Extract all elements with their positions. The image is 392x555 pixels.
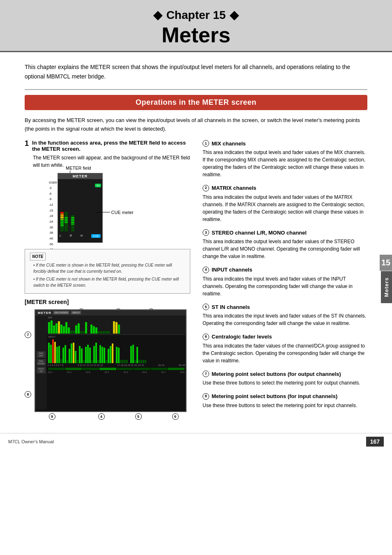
- right-item-6: 6 Centralogic fader levels This area ind…: [203, 333, 367, 364]
- step1-title: In the function access area, press the M…: [32, 140, 190, 152]
- right-item-4-title: 4 INPUT channels: [203, 266, 367, 274]
- right-item-5-body: This area indicates the input levels and…: [203, 312, 367, 327]
- in-button[interactable]: IN: [95, 181, 101, 188]
- right-item-5-title: 5 ST IN channels: [203, 303, 367, 311]
- cue-meter-label: CUE meter: [96, 210, 134, 215]
- footer-manual-title: M7CL Owner's Manual: [8, 439, 54, 444]
- callout-7: 7: [25, 332, 31, 338]
- body-intro: By accessing the METER screen, you can v…: [25, 116, 367, 134]
- left-callouts: 7 8: [25, 309, 35, 412]
- right-item-8-title: 8 Metering point select buttons (for inp…: [203, 392, 367, 401]
- right-item-8-body: Use these three buttons to select the me…: [203, 402, 367, 409]
- right-column: 1 MIX channels This area indicates the o…: [203, 140, 367, 420]
- right-item-1: 1 MIX channels This area indicates the o…: [203, 140, 367, 179]
- output-bars: [48, 319, 184, 334]
- diamond-right-icon: ◆: [230, 8, 239, 22]
- bms-title: METER: [38, 311, 51, 315]
- callout-9: 9: [49, 413, 55, 420]
- right-item-1-body: This area indicates the output levels an…: [203, 149, 367, 178]
- page-footer: M7CL Owner's Manual 167: [0, 433, 392, 447]
- bms-btn-1[interactable]: PREHPF: [37, 351, 46, 358]
- chapter-main-title: Meters: [0, 23, 392, 47]
- bms-btn-input[interactable]: INPUT: [71, 311, 81, 314]
- bms-left-panel: PREHPF PREFADER POSTON: [35, 315, 47, 409]
- callout-6: 6: [172, 413, 179, 420]
- meter-bars: [58, 179, 77, 233]
- callout-1-right: 1: [203, 140, 209, 147]
- right-item-4: 4 INPUT channels This area indicates the…: [203, 266, 367, 297]
- right-item-7-title: 7 Metering point select buttons (for out…: [203, 370, 367, 378]
- page-header: ◆ Chapter 15 ◆ Meters: [0, 0, 392, 52]
- meter-screen-wrapper: 1 2 3 7 8 METER MI: [25, 309, 190, 420]
- right-item-3: 3 STEREO channel L/R, MONO channel This …: [203, 229, 367, 260]
- note-item-2: If the CUE meter is not shown in the MET…: [33, 276, 185, 288]
- meter-screen-label: [METER screen]: [25, 299, 190, 305]
- right-item-7-body: Use these three buttons to select the me…: [203, 379, 367, 387]
- right-item-4-body: This area indicates the input levels and…: [203, 275, 367, 297]
- section-bar: Operations in the METER screen: [25, 95, 367, 110]
- two-column-layout: 1 In the function access area, press the…: [25, 140, 367, 420]
- right-item-2-body: This area indicates the output levels an…: [203, 193, 367, 223]
- callout-6-right: 6: [203, 334, 209, 340]
- step1-heading: 1 In the function access area, press the…: [25, 140, 190, 152]
- right-item-3-title: 3 STEREO channel L/R, MONO channel: [203, 229, 367, 237]
- note-item-1: If the CUE meter is shown in the METER f…: [33, 262, 185, 274]
- callout-8-right: 8: [203, 393, 209, 400]
- bms-header: METER MIX FADER INPUT: [35, 310, 186, 315]
- right-item-2-title: 2 MATRIX channels: [203, 184, 367, 192]
- chapter-title: ◆ Chapter 15 ◆: [0, 8, 392, 22]
- right-item-3-body: This area indicates the output levels an…: [203, 238, 367, 260]
- meter-bottom: L R H CUE: [58, 233, 102, 239]
- bms-btn-mix[interactable]: MIX FADER: [53, 311, 69, 314]
- meter-diagram: METER field METER OVER -3 -6 -9 -: [33, 173, 182, 243]
- step1-number: 1: [25, 140, 29, 147]
- callout-4-right: 4: [203, 267, 209, 273]
- note-box: NOTE If the CUE meter is shown in the ME…: [25, 249, 190, 294]
- callout-4: 4: [98, 413, 105, 420]
- diamond-left-icon: ◆: [153, 8, 162, 22]
- section-divider: [25, 89, 367, 90]
- page-number: 167: [366, 437, 384, 447]
- callout-7-right: 7: [203, 371, 209, 377]
- right-item-2: 2 MATRIX channels This area indicates th…: [203, 184, 367, 223]
- screen-with-callouts: 7 8 METER MIX FADER INPUT: [25, 309, 190, 412]
- callout-3-right: 3: [203, 229, 209, 236]
- note-tag: NOTE: [30, 253, 46, 260]
- bms-btn-3[interactable]: POSTON: [37, 367, 46, 373]
- fader-level-bars: [47, 367, 186, 371]
- left-column: 1 In the function access area, press the…: [25, 140, 190, 420]
- meter-box: METER OVER -3 -6 -9 -12 -15 -18: [58, 173, 103, 243]
- right-item-6-title: 6 Centralogic fader levels: [203, 333, 367, 341]
- bms-content: PREHPF PREFADER POSTON MIX: [35, 315, 186, 409]
- callout-5: 5: [135, 413, 142, 420]
- callout-2-right: 2: [203, 185, 209, 191]
- input-bars: [48, 339, 184, 363]
- right-item-7: 7 Metering point select buttons (for out…: [203, 370, 367, 387]
- footer-right: 167: [366, 437, 384, 447]
- scale-strip: 1 2 3 4 5 6 7 8 9 10 11 12 13 14 15 16 1…: [47, 364, 186, 366]
- step1-body: The METER screen will appear, and the ba…: [33, 154, 190, 169]
- chapter-label: Chapter 15: [166, 9, 226, 22]
- input-channels-section: INPUT: [47, 335, 186, 364]
- callout-5-right: 5: [203, 304, 209, 310]
- main-content: This chapter explains the METER screen t…: [0, 52, 392, 452]
- right-item-8: 8 Metering point select buttons (for inp…: [203, 392, 367, 409]
- right-item-1-title: 1 MIX channels: [203, 140, 367, 148]
- output-channels-row: MIX: [47, 315, 186, 334]
- big-meter-screen: METER MIX FADER INPUT PREHPF PREFADER PO…: [35, 309, 187, 412]
- right-item-5: 5 ST IN channels This area indicates the…: [203, 303, 367, 327]
- bms-btn-2[interactable]: PREFADER: [37, 359, 46, 366]
- meter-field-label: METER field: [66, 166, 91, 170]
- callout-row-bottom: 9 4 5 6: [38, 413, 190, 420]
- meter-box-header: METER: [58, 173, 102, 179]
- cue-button[interactable]: CUE: [91, 234, 101, 238]
- channel-labels: Ch 1 Ch 2 Ch 3 Ch 4 Ch 5 Ch 6 Ch 7 Ch 8: [47, 371, 186, 374]
- chapter-number-tab: 15: [380, 255, 392, 271]
- meter-scale: OVER -3 -6 -9 -12 -15 -18 -24 -30 -36 -4: [49, 180, 57, 253]
- right-item-6-body: This area indicates the fader values of …: [203, 342, 367, 364]
- intro-paragraph: This chapter explains the METER screen t…: [25, 62, 367, 81]
- chapter-side-tab: Meters: [381, 271, 392, 303]
- bms-main-area: MIX: [47, 315, 186, 409]
- callout-8: 8: [25, 391, 31, 398]
